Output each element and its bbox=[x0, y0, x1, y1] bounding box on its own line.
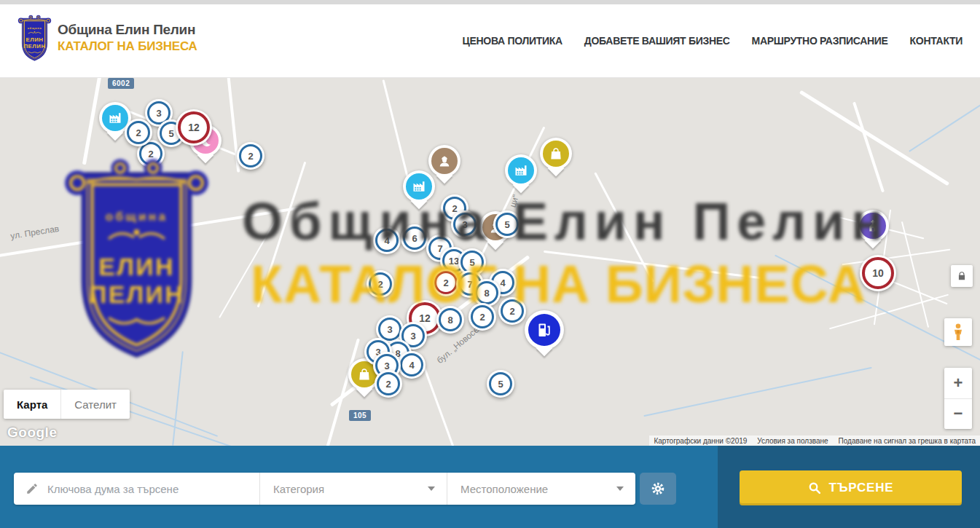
search-button[interactable]: ТЪРСЕНЕ bbox=[740, 470, 962, 505]
map-pin-factory[interactable] bbox=[505, 154, 537, 186]
location-value: Местоположение bbox=[460, 483, 548, 495]
pencil-icon bbox=[26, 482, 39, 495]
map-type-satellite-button[interactable]: Сателит bbox=[60, 390, 130, 419]
map-cluster-marker[interactable]: 2 bbox=[125, 119, 152, 146]
map-cluster-marker[interactable]: 5 bbox=[493, 210, 521, 238]
chevron-down-icon bbox=[428, 486, 435, 491]
map-type-control: Карта Сателит bbox=[4, 390, 130, 419]
map-zoom-control: + − bbox=[944, 368, 972, 429]
pegman-button[interactable] bbox=[944, 318, 972, 346]
zoom-out-button[interactable]: − bbox=[944, 399, 972, 430]
map-markers: 232512223546713522748128223383432510 bbox=[0, 78, 980, 446]
map-cluster-marker[interactable]: 2 bbox=[375, 370, 402, 398]
nav-item-pricing[interactable]: ЦЕНОВА ПОЛИТИКА bbox=[463, 35, 562, 47]
map-cluster-marker[interactable]: 5 bbox=[487, 370, 514, 398]
keyword-input[interactable] bbox=[46, 482, 259, 496]
map-cluster-marker[interactable]: 2 bbox=[366, 270, 394, 298]
map-cluster-marker[interactable]: 2 bbox=[237, 142, 264, 170]
streetview-lock-button[interactable] bbox=[951, 265, 973, 287]
nav-item-contacts[interactable]: КОНТАКТИ bbox=[910, 35, 963, 47]
main-nav: ЦЕНОВА ПОЛИТИКА ДОБАВЕТЕ ВАШИЯТ БИЗНЕС М… bbox=[463, 4, 963, 77]
lock-icon bbox=[957, 271, 967, 281]
map[interactable]: ул. Преславбул. „Новоселци“ци“6002105 23… bbox=[0, 78, 980, 446]
gear-icon bbox=[650, 481, 666, 497]
municipality-emblem-icon bbox=[17, 15, 52, 61]
search-fields-group: Категория Местоположение bbox=[14, 473, 635, 505]
attribution-report-link[interactable]: Подаване на сигнал за грешка в картата bbox=[839, 437, 976, 445]
map-cluster-marker[interactable]: 2 bbox=[498, 297, 526, 325]
site-subtitle: КАТАЛОГ НА БИЗНЕСА bbox=[58, 39, 197, 54]
google-logo[interactable]: Google bbox=[7, 425, 57, 441]
search-button-label: ТЪРСЕНЕ bbox=[829, 481, 894, 495]
zoom-in-button[interactable]: + bbox=[944, 368, 972, 399]
location-select[interactable]: Местоположение bbox=[447, 473, 635, 505]
chevron-down-icon bbox=[616, 486, 624, 491]
site-header: Община Елин Пелин КАТАЛОГ НА БИЗНЕСА ЦЕН… bbox=[0, 4, 980, 78]
map-attribution: Картографски данни ©2019 Условия за полз… bbox=[649, 436, 980, 446]
map-type-map-button[interactable]: Карта bbox=[4, 390, 60, 419]
attribution-terms-link[interactable]: Условия за ползване bbox=[757, 437, 828, 445]
map-cluster-marker[interactable]: 12 bbox=[176, 109, 212, 146]
advanced-settings-button[interactable] bbox=[640, 473, 676, 505]
attribution-copyright: Картографски данни ©2019 bbox=[654, 437, 747, 445]
keyword-field[interactable] bbox=[14, 473, 259, 505]
map-cluster-marker[interactable]: 2 bbox=[469, 303, 496, 331]
map-cluster-marker[interactable]: 8 bbox=[436, 306, 464, 334]
map-cluster-marker[interactable]: 4 bbox=[373, 226, 401, 254]
search-bar: Категория Местоположение ТЪРСЕНЕ bbox=[0, 446, 980, 528]
map-cluster-marker[interactable]: 4 bbox=[398, 351, 426, 379]
nav-item-add-business[interactable]: ДОБАВЕТЕ ВАШИЯТ БИЗНЕС bbox=[584, 35, 730, 47]
map-cluster-marker[interactable]: 8 bbox=[473, 279, 501, 307]
map-pin-fuel[interactable] bbox=[525, 310, 564, 350]
pegman-icon bbox=[950, 323, 966, 342]
map-cluster-marker[interactable]: 10 bbox=[860, 255, 896, 291]
map-pin-bag[interactable] bbox=[540, 138, 572, 170]
map-cluster-marker[interactable]: 3 bbox=[451, 210, 479, 238]
map-cluster-marker[interactable]: 6 bbox=[401, 224, 428, 252]
category-value: Категория bbox=[273, 483, 324, 495]
search-icon bbox=[808, 481, 822, 495]
map-pin-church[interactable] bbox=[857, 210, 889, 242]
category-select[interactable]: Категория bbox=[259, 473, 447, 505]
nav-item-route-schedule[interactable]: МАРШРУТНО РАЗПИСАНИЕ bbox=[752, 35, 888, 47]
site-title: Община Елин Пелин bbox=[58, 22, 197, 38]
map-pin-factory[interactable] bbox=[403, 170, 435, 202]
site-logo[interactable]: Община Елин Пелин КАТАЛОГ НА БИЗНЕСА bbox=[17, 15, 197, 61]
